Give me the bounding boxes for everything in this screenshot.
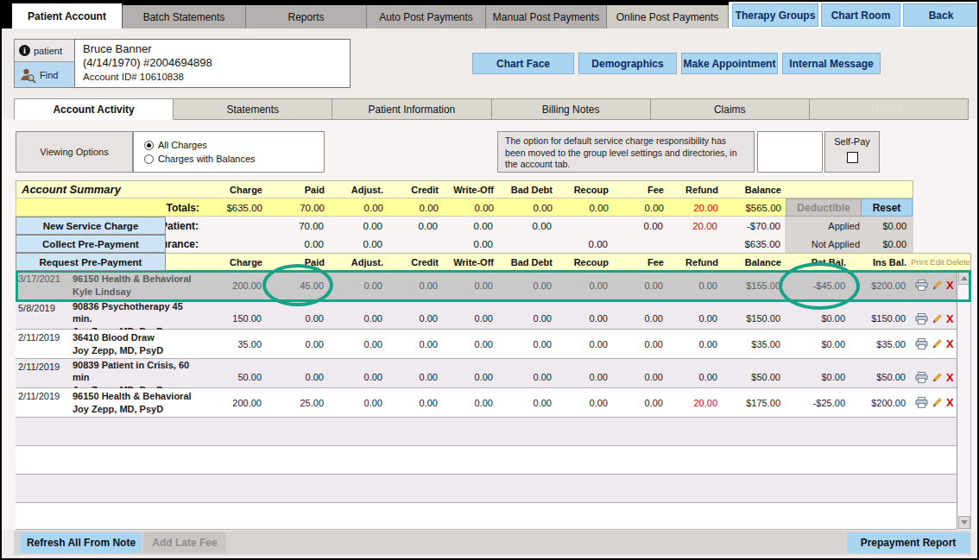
- scroll-up-arrow-icon[interactable]: [958, 272, 970, 285]
- viewing-option-charges-with-balances[interactable]: Charges with Balances: [144, 152, 324, 166]
- print-icon[interactable]: [915, 372, 928, 383]
- patient-action-buttons: Chart FaceDemographicsMake AppointmentIn…: [472, 53, 881, 74]
- prepayment-report-button[interactable]: Prepayment Report: [847, 532, 970, 553]
- ledger-row-2[interactable]: 5/8/201990836 Psychotherapy 45 min.Joy Z…: [16, 300, 957, 330]
- ledger-actions: X: [910, 397, 957, 408]
- radio-button-icon[interactable]: [144, 154, 154, 164]
- ledger-provider: Joy Zepp, MD, PsyD: [73, 344, 199, 356]
- action-button-make-appointment[interactable]: Make Appointment: [681, 53, 778, 74]
- section-tab-claims[interactable]: Claims: [651, 98, 810, 120]
- side-button-request-pre-payment[interactable]: Request Pre-Payment: [16, 253, 166, 271]
- ledger-actions: X: [910, 338, 957, 349]
- print-icon[interactable]: [915, 313, 928, 324]
- delete-x-icon[interactable]: X: [946, 313, 954, 324]
- ledger-provider: Joy Zepp, MD, PsyD: [73, 403, 199, 415]
- pencil-icon[interactable]: [932, 280, 943, 291]
- ledger-col-bad-debt: Bad Debt: [498, 257, 557, 267]
- delete-x-icon[interactable]: X: [946, 372, 954, 383]
- summary-col-write-off: Write-Off: [443, 185, 498, 195]
- ledger-cell-pat-bal: -$25.00: [785, 398, 850, 408]
- print-icon[interactable]: [915, 338, 928, 349]
- summary-cell-bad-debt: 0.00: [498, 203, 557, 213]
- add-late-fee-button[interactable]: Add Late Fee: [143, 532, 226, 553]
- self-pay-checkbox[interactable]: [847, 152, 858, 163]
- summary-cell-write-off: 0.00: [443, 203, 498, 213]
- action-button-demographics[interactable]: Demographics: [578, 53, 677, 74]
- ledger-date: 2/11/2019: [16, 330, 69, 343]
- ledger-cell-charge: 200.00: [199, 280, 266, 291]
- scroll-down-arrow-icon[interactable]: [958, 516, 970, 529]
- delete-x-icon[interactable]: X: [946, 338, 954, 349]
- ledger-cell-paid: 45.00: [266, 280, 328, 291]
- summary-extra: Not Applied$0.00: [785, 235, 913, 253]
- ledger-row-3[interactable]: 2/11/201936410 Blood DrawJoy Zepp, MD, P…: [16, 330, 957, 359]
- summary-col-recoup: Recoup: [557, 185, 613, 195]
- ledger-cell-recoup: 0.00: [556, 339, 612, 349]
- top-tab-patient-account[interactable]: Patient Account: [12, 3, 123, 28]
- side-button-collect-pre-payment[interactable]: Collect Pre-Payment: [16, 235, 166, 253]
- ledger-date: 2/11/2019: [16, 388, 69, 401]
- ledger-empty-row: [16, 503, 957, 530]
- top-tab-auto-post-payments[interactable]: Auto Post Payments: [367, 5, 486, 28]
- ledger-code: 36410 Blood Draw: [73, 331, 199, 343]
- ledger-row-4[interactable]: 2/11/201990839 Patient in Crisis, 60 min…: [16, 359, 957, 388]
- action-button-internal-message[interactable]: Internal Message: [782, 53, 881, 74]
- footer-bar: Refresh All From Note Add Late Fee Prepa…: [14, 531, 971, 555]
- pencil-icon[interactable]: [932, 313, 943, 324]
- patient-dob-chart-number: (4/14/1970) #2004694898: [83, 56, 350, 70]
- viewing-option-all-charges[interactable]: All Charges: [144, 138, 324, 152]
- summary-cell-adjust: 0.00: [328, 221, 387, 231]
- patient-find-button[interactable]: Find: [15, 62, 74, 87]
- charge-ledger: ChargePaidAdjust.CreditWrite-OffBad Debt…: [16, 253, 971, 530]
- ledger-date: 2/11/2019: [16, 359, 69, 372]
- patient-info-tab[interactable]: i patient: [15, 40, 74, 62]
- ledger-cell-balance: $150.00: [722, 313, 785, 324]
- side-button-new-service-charge[interactable]: New Service Charge: [16, 217, 166, 235]
- ledger-cell-fee: 0.00: [612, 313, 667, 324]
- ledger-cell-refund: 0.00: [667, 339, 722, 349]
- action-button-chart-face[interactable]: Chart Face: [472, 53, 574, 74]
- ledger-row-1[interactable]: 3/17/202196150 Health & BehavioralKyle L…: [16, 271, 957, 300]
- print-icon[interactable]: [915, 397, 928, 408]
- radio-button-icon[interactable]: [144, 141, 154, 150]
- pencil-icon[interactable]: [932, 372, 943, 383]
- deductible-button[interactable]: Deductible: [786, 198, 862, 217]
- top-tab-reports[interactable]: Reports: [246, 5, 367, 28]
- summary-col-credit: Credit: [388, 185, 443, 195]
- summary-row-label: Totals:: [16, 202, 199, 214]
- pencil-icon[interactable]: [932, 397, 943, 408]
- summary-cell-recoup: 0.00: [557, 203, 613, 213]
- top-button-therapy-groups[interactable]: Therapy Groups: [732, 3, 818, 27]
- pencil-icon[interactable]: [932, 338, 943, 349]
- deductible-applied-value: $0.00: [868, 221, 913, 231]
- summary-extra: DeductibleReset: [786, 198, 913, 217]
- self-pay-label: Self-Pay: [834, 136, 870, 147]
- reset-button[interactable]: Reset: [862, 198, 913, 217]
- delete-x-icon[interactable]: X: [946, 280, 954, 291]
- summary-cell-paid: 0.00: [266, 239, 328, 249]
- section-tab-ub04[interactable]: UB04: [810, 98, 969, 120]
- ledger-cell-ins-bal: $50.00: [850, 372, 910, 382]
- section-tab-patient-information[interactable]: Patient Information: [332, 98, 491, 120]
- ledger-cell-balance: $35.00: [722, 339, 785, 349]
- section-tab-statements[interactable]: Statements: [174, 98, 332, 120]
- top-button-chart-room[interactable]: Chart Room: [821, 3, 900, 27]
- blank-field[interactable]: [757, 131, 823, 173]
- delete-x-icon[interactable]: X: [946, 397, 954, 408]
- ledger-cell-adjust: 0.00: [328, 280, 387, 291]
- top-tab-online-post-payments[interactable]: Online Post Payments: [607, 5, 729, 28]
- top-tab-batch-statements[interactable]: Batch Statements: [123, 5, 246, 28]
- ledger-row-5[interactable]: 2/11/201996150 Health & BehavioralJoy Ze…: [16, 388, 957, 418]
- ledger-cell-recoup: 0.00: [556, 313, 612, 324]
- section-tab-billing-notes[interactable]: Billing Notes: [492, 98, 651, 120]
- ledger-cell-bad-debt: 0.00: [497, 339, 556, 349]
- summary-cell-paid: 70.00: [267, 203, 329, 213]
- top-tab-manual-post-payments[interactable]: Manual Post Payments: [486, 5, 607, 28]
- vertical-scrollbar[interactable]: [957, 271, 971, 530]
- print-icon[interactable]: [915, 280, 928, 291]
- section-tab-strip: Account ActivityStatementsPatient Inform…: [14, 98, 969, 120]
- section-tab-account-activity[interactable]: Account Activity: [14, 98, 174, 120]
- viewing-options-label: Viewing Options: [16, 131, 133, 173]
- top-button-back[interactable]: Back: [903, 3, 979, 27]
- refresh-all-from-note-button[interactable]: Refresh All From Note: [21, 532, 142, 553]
